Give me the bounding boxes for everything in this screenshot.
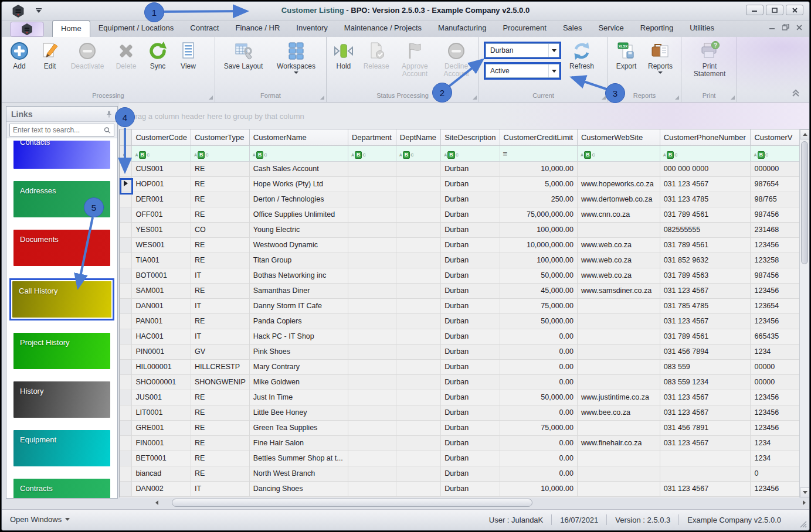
table-row[interactable]: BOT0001ITBothas Networking incDurban50,0… (120, 268, 803, 283)
filter-cell-customerv[interactable]: ABC (751, 145, 803, 161)
scroll-left-button[interactable] (155, 500, 158, 505)
chevron-down-icon[interactable] (548, 44, 559, 57)
delete-button[interactable]: Delete (110, 39, 142, 70)
dialog-launcher-icon[interactable] (320, 96, 324, 100)
column-header-customerv[interactable]: CustomerV (751, 129, 803, 145)
maximize-button[interactable] (766, 5, 783, 15)
column-header-customercreditlimit[interactable]: CustomerCreditLimit (500, 129, 577, 145)
refresh-button[interactable]: Refresh (562, 39, 601, 70)
sidebar-link-contacts[interactable]: Contacts (13, 141, 110, 169)
table-row[interactable]: OFF001REOffice Supplies UnlimitedDurban7… (120, 207, 803, 222)
scroll-down-button[interactable] (800, 487, 810, 497)
table-row[interactable]: HIL000001HILLCRESTPMary ContraryDurban0.… (120, 359, 803, 374)
tab-home[interactable]: Home (52, 21, 90, 37)
hold-button[interactable]: Hold (329, 39, 358, 70)
add-button[interactable]: Add (4, 39, 35, 70)
tab-maintenance-projects[interactable]: Maintenance / Projects (336, 21, 430, 37)
tab-utilities[interactable]: Utilities (681, 21, 722, 37)
dialog-launcher-icon[interactable] (675, 96, 679, 100)
status-filter-dropdown[interactable]: Active (486, 64, 559, 78)
dialog-launcher-icon[interactable] (731, 96, 735, 100)
approve-account-button[interactable]: Approve Account (395, 39, 436, 78)
tab-manufacturing[interactable]: Manufacturing (430, 21, 494, 37)
tab-finance-hr[interactable]: Finance / HR (227, 21, 288, 37)
table-row[interactable]: DER001REDerton / TechnologiesDurban250.0… (120, 192, 803, 207)
filter-cell-sitedescription[interactable]: ABC (441, 145, 500, 161)
pin-icon[interactable] (106, 110, 113, 118)
table-row[interactable]: TIA001RETitan GroupDurban100,000.00www.w… (120, 253, 803, 268)
group-by-panel[interactable]: Drag a column header here to group by th… (119, 103, 809, 129)
table-row[interactable]: JUS001REJust In TimeDurban50,000.00www.j… (120, 390, 803, 405)
table-row[interactable]: DAN001ITDanny Storm IT CafeDurban75,000.… (120, 298, 803, 313)
filter-cell-deptname[interactable]: ABC (396, 145, 440, 161)
close-button[interactable] (786, 5, 803, 15)
site-filter-dropdown[interactable]: Durban (486, 43, 559, 57)
column-header-customername[interactable]: CustomerName (249, 129, 348, 145)
tab-equipment-locations[interactable]: Equipment / Locations (90, 21, 182, 37)
sidebar-link-call-history[interactable]: Call History (12, 281, 111, 318)
filter-cell-customercreditlimit[interactable]: = (500, 145, 577, 161)
ribbon-restore-icon[interactable] (782, 24, 789, 30)
table-row[interactable]: YES001COYoung ElectricDurban100,000.0008… (120, 222, 803, 237)
table-row[interactable]: BET0001REBetties Summer Shop at t...Durb… (120, 451, 803, 466)
tab-inventory[interactable]: Inventory (288, 21, 335, 37)
table-row[interactable]: GRE001REGreen Tea SuppliesDurban75,000.0… (120, 420, 803, 435)
table-row[interactable]: WES001REWestwood DynamicDurban10,000,000… (120, 237, 803, 253)
filter-cell-customerphonenumber[interactable]: ABC (660, 145, 751, 161)
minimize-button[interactable] (746, 5, 764, 15)
table-row[interactable]: HOP001REHope Works (Pty) LtdDurban5,000.… (120, 176, 803, 192)
decline-account-button[interactable]: Decline Account (435, 39, 477, 78)
workspaces-button[interactable]: Workspaces (269, 39, 323, 74)
resize-grip[interactable] (800, 521, 807, 528)
tab-procurement[interactable]: Procurement (494, 21, 554, 37)
export-button[interactable]: XLSX Export (610, 39, 642, 70)
filter-cell-customerwebsite[interactable]: ABC (577, 145, 660, 161)
search-input[interactable] (13, 126, 104, 134)
vertical-scroll-thumb[interactable] (801, 141, 808, 264)
table-row[interactable]: SHO000001SHONGWENIPMike GoldwenDurban0.0… (120, 374, 803, 390)
table-row[interactable]: PIN0001GVPink ShoesDurban0.00031 456 789… (120, 344, 803, 359)
tab-contract[interactable]: Contract (182, 21, 227, 37)
collapse-ribbon-chevron-icon[interactable] (790, 89, 801, 97)
column-header-customerwebsite[interactable]: CustomerWebSite (577, 129, 660, 145)
tab-sales[interactable]: Sales (555, 21, 591, 37)
sidebar-link-documents[interactable]: Documents (13, 230, 110, 266)
horizontal-scrollbar[interactable] (155, 498, 806, 508)
table-row[interactable]: DAN002ITDancing ShoesDurban10,000.00031 … (120, 481, 803, 496)
save-layout-button[interactable]: Save Layout (218, 39, 269, 70)
table-row[interactable]: CUS001RECash Sales AccountDurban10,000.0… (120, 161, 803, 176)
application-menu-button[interactable] (10, 22, 44, 37)
reports-button[interactable]: Reports (642, 39, 678, 74)
tab-reporting[interactable]: Reporting (632, 21, 681, 37)
edit-button[interactable]: Edit (35, 39, 65, 70)
open-windows-button[interactable]: Open Windows (10, 515, 70, 524)
print-statement-button[interactable]: ? Print Statement (687, 39, 732, 78)
table-row[interactable]: SAM001RESamanthas DinerDurban45,000.00ww… (120, 283, 803, 298)
release-button[interactable]: Release (358, 39, 395, 70)
column-header-customerphonenumber[interactable]: CustomerPhoneNumber (660, 129, 751, 145)
table-row[interactable]: LIT0001RELittle Bee HoneyDurban0.00www.b… (120, 405, 803, 420)
dialog-launcher-icon[interactable] (209, 96, 213, 100)
deactivate-button[interactable]: Deactivate (65, 39, 110, 70)
scroll-up-button[interactable] (800, 129, 810, 139)
table-row[interactable]: PAN001REPanda CopiersDurban50,000.00031 … (120, 313, 803, 329)
ribbon-minimize-icon[interactable] (769, 25, 775, 30)
filter-cell-department[interactable]: ABC (348, 145, 396, 161)
sidebar-link-contracts[interactable]: Contracts (13, 479, 110, 498)
column-header-customercode[interactable]: CustomerCode (132, 129, 191, 145)
tab-service[interactable]: Service (590, 21, 632, 37)
scroll-right-button[interactable] (803, 500, 806, 505)
table-row[interactable]: FIN0001REFine Hair SalonDurban0.00www.fi… (120, 435, 803, 451)
dialog-launcher-icon[interactable] (473, 96, 477, 100)
filter-cell-customercode[interactable]: ABC (132, 145, 191, 161)
column-header-sitedescription[interactable]: SiteDescription (441, 129, 500, 145)
column-header-deptname[interactable]: DeptName (396, 129, 440, 145)
horizontal-scroll-thumb[interactable] (172, 499, 532, 507)
sidebar-link-history[interactable]: History (13, 381, 110, 418)
table-row[interactable]: biancadRENorth West BranchDurban0.000 (120, 466, 803, 481)
chevron-down-icon[interactable] (548, 64, 559, 77)
ribbon-close-icon[interactable] (796, 25, 802, 30)
vertical-scrollbar[interactable] (799, 129, 809, 497)
column-header-customertype[interactable]: CustomerType (191, 129, 249, 145)
table-row[interactable]: HAC001ITHack PC - IT ShopDurban0.00031 7… (120, 329, 803, 344)
